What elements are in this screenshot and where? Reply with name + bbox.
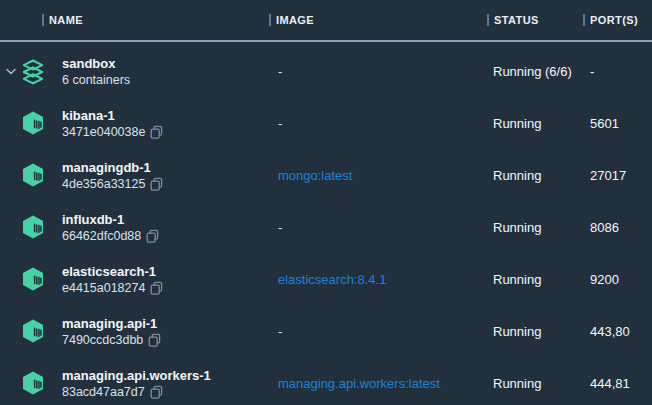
row-title: influxdb-1 <box>62 211 159 228</box>
column-header-ports[interactable]: PORT(S) <box>583 14 652 26</box>
table-row[interactable]: sandbox 6 containers - Running (6/6) - <box>0 45 652 97</box>
row-title: kibana-1 <box>62 107 163 124</box>
row-subtitle: 3471e040038e <box>62 124 145 140</box>
name-block: sandbox 6 containers <box>62 55 130 88</box>
image-cell: managing.api.workers:latest <box>269 376 487 391</box>
name-block: kibana-1 3471e040038e <box>62 107 163 140</box>
row-subtitle: 7490ccdc3dbb <box>62 332 143 348</box>
table-row[interactable]: elasticsearch-1 e4415a018274 elasticsear… <box>0 253 652 305</box>
row-subtitle: 6 containers <box>62 72 130 88</box>
name-block: managingdb-1 4de356a33125 <box>62 159 163 192</box>
row-title: elasticsearch-1 <box>62 263 163 280</box>
ports-cell: 5601 <box>583 116 652 131</box>
name-block: elasticsearch-1 e4415a018274 <box>62 263 163 296</box>
container-cube-icon <box>22 110 44 136</box>
name-block: managing.api.workers-1 83acd47aa7d7 <box>62 367 211 400</box>
name-cell: sandbox 6 containers <box>0 45 269 97</box>
image-cell: - <box>269 324 487 339</box>
copy-icon[interactable] <box>146 229 159 243</box>
row-subtitle-line: 4de356a33125 <box>62 176 163 192</box>
copy-icon[interactable] <box>150 385 163 399</box>
column-header-status[interactable]: STATUS <box>487 14 583 26</box>
ports-cell: - <box>583 64 652 79</box>
column-header-status-label: STATUS <box>494 14 539 26</box>
chevron-down-icon[interactable] <box>0 68 22 75</box>
column-divider <box>42 14 44 26</box>
row-title: managing.api.workers-1 <box>62 367 211 384</box>
row-subtitle-line: 66462dfc0d88 <box>62 228 159 244</box>
name-cell: elasticsearch-1 e4415a018274 <box>0 253 269 305</box>
row-title: managingdb-1 <box>62 159 163 176</box>
ports-cell: 443,80 <box>583 324 652 339</box>
status-cell: Running <box>487 220 583 235</box>
ports-cell: 8086 <box>583 220 652 235</box>
copy-icon[interactable] <box>150 125 163 139</box>
name-cell: kibana-1 3471e040038e <box>0 97 269 149</box>
table-row[interactable]: managingdb-1 4de356a33125 mongo:latest R… <box>0 149 652 201</box>
copy-icon[interactable] <box>150 281 163 295</box>
image-cell-text: - <box>278 64 282 79</box>
name-block: managing.api-1 7490ccdc3dbb <box>62 315 161 348</box>
ports-cell: 27017 <box>583 168 652 183</box>
row-subtitle-line: 6 containers <box>62 72 130 88</box>
column-header-image[interactable]: IMAGE <box>269 14 487 26</box>
image-cell-text: - <box>278 220 282 235</box>
column-header-ports-label: PORT(S) <box>590 14 638 26</box>
stack-icon <box>22 58 44 84</box>
table-row[interactable]: managing.api-1 7490ccdc3dbb - Running 44… <box>0 305 652 357</box>
row-title: sandbox <box>62 55 130 72</box>
copy-icon[interactable] <box>148 333 161 347</box>
image-cell-text[interactable]: mongo:latest <box>278 168 352 183</box>
name-cell: managingdb-1 4de356a33125 <box>0 149 269 201</box>
image-cell-text: - <box>278 324 282 339</box>
row-subtitle-line: 3471e040038e <box>62 124 163 140</box>
column-divider <box>269 14 271 26</box>
column-divider <box>583 14 585 26</box>
image-cell: mongo:latest <box>269 168 487 183</box>
name-cell: influxdb-1 66462dfc0d88 <box>0 201 269 253</box>
container-cube-icon <box>22 266 44 292</box>
container-cube-icon <box>22 214 44 240</box>
table-row[interactable]: managing.api.workers-1 83acd47aa7d7 mana… <box>0 357 652 405</box>
image-cell: elasticsearch:8.4.1 <box>269 272 487 287</box>
row-subtitle: 83acd47aa7d7 <box>62 384 145 400</box>
container-rows: sandbox 6 containers - Running (6/6) - <box>0 42 652 405</box>
status-cell: Running <box>487 168 583 183</box>
row-subtitle-line: e4415a018274 <box>62 280 163 296</box>
row-subtitle-line: 83acd47aa7d7 <box>62 384 211 400</box>
column-header-name-label: NAME <box>49 14 83 26</box>
ports-cell: 444,81 <box>583 376 652 391</box>
status-cell: Running <box>487 272 583 287</box>
row-title: managing.api-1 <box>62 315 161 332</box>
status-cell: Running <box>487 324 583 339</box>
column-divider <box>487 14 489 26</box>
table-header: NAME IMAGE STATUS PORT(S) <box>0 0 652 42</box>
image-cell: - <box>269 64 487 79</box>
image-cell-text[interactable]: managing.api.workers:latest <box>278 376 440 391</box>
container-cube-icon <box>22 318 44 344</box>
name-cell: managing.api-1 7490ccdc3dbb <box>0 305 269 357</box>
image-cell: - <box>269 220 487 235</box>
image-cell-text[interactable]: elasticsearch:8.4.1 <box>278 272 386 287</box>
container-cube-icon <box>22 162 44 188</box>
ports-cell: 9200 <box>583 272 652 287</box>
name-cell: managing.api.workers-1 83acd47aa7d7 <box>0 357 269 405</box>
row-subtitle: 4de356a33125 <box>62 176 145 192</box>
name-block: influxdb-1 66462dfc0d88 <box>62 211 159 244</box>
table-row[interactable]: kibana-1 3471e040038e - Running 5601 <box>0 97 652 149</box>
container-cube-icon <box>22 370 44 396</box>
status-cell: Running (6/6) <box>487 64 583 79</box>
column-header-image-label: IMAGE <box>276 14 314 26</box>
status-cell: Running <box>487 116 583 131</box>
row-subtitle: e4415a018274 <box>62 280 145 296</box>
row-subtitle: 66462dfc0d88 <box>62 228 141 244</box>
copy-icon[interactable] <box>150 177 163 191</box>
image-cell-text: - <box>278 116 282 131</box>
status-cell: Running <box>487 376 583 391</box>
column-header-name[interactable]: NAME <box>0 14 269 26</box>
table-row[interactable]: influxdb-1 66462dfc0d88 - Running 8086 <box>0 201 652 253</box>
row-subtitle-line: 7490ccdc3dbb <box>62 332 161 348</box>
image-cell: - <box>269 116 487 131</box>
